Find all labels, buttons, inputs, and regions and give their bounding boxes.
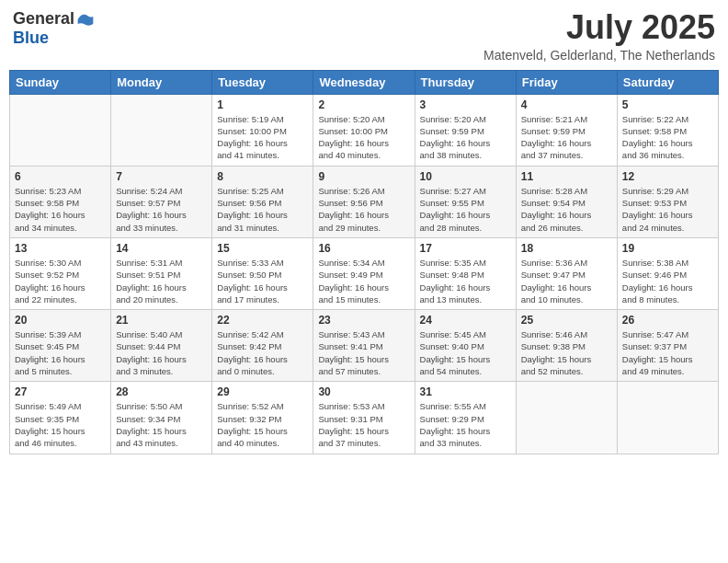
day-number: 5: [622, 98, 713, 111]
day-number: 6: [15, 170, 106, 183]
calendar-cell: 9Sunrise: 5:26 AM Sunset: 9:56 PM Daylig…: [313, 166, 415, 237]
weekday-header-sunday: Sunday: [10, 70, 111, 94]
day-info: Sunrise: 5:40 AM Sunset: 9:44 PM Dayligh…: [116, 328, 207, 377]
day-number: 30: [318, 385, 409, 398]
day-number: 24: [420, 314, 511, 327]
calendar: SundayMondayTuesdayWednesdayThursdayFrid…: [9, 70, 719, 454]
day-info: Sunrise: 5:53 AM Sunset: 9:31 PM Dayligh…: [318, 400, 409, 449]
day-info: Sunrise: 5:22 AM Sunset: 9:58 PM Dayligh…: [622, 113, 713, 162]
day-number: 8: [217, 170, 308, 183]
day-number: 9: [318, 170, 409, 183]
logo-general: General: [13, 9, 74, 29]
week-row-2: 6Sunrise: 5:23 AM Sunset: 9:58 PM Daylig…: [10, 166, 719, 237]
calendar-cell: 6Sunrise: 5:23 AM Sunset: 9:58 PM Daylig…: [10, 166, 111, 237]
day-number: 27: [15, 385, 106, 398]
calendar-cell: 7Sunrise: 5:24 AM Sunset: 9:57 PM Daylig…: [111, 166, 212, 237]
day-info: Sunrise: 5:39 AM Sunset: 9:45 PM Dayligh…: [15, 328, 106, 377]
day-number: 7: [116, 170, 207, 183]
logo: General Blue: [13, 9, 95, 48]
calendar-cell: 31Sunrise: 5:55 AM Sunset: 9:29 PM Dayli…: [415, 382, 516, 454]
calendar-cell: 13Sunrise: 5:30 AM Sunset: 9:52 PM Dayli…: [10, 237, 111, 309]
day-info: Sunrise: 5:27 AM Sunset: 9:55 PM Dayligh…: [420, 185, 511, 234]
day-info: Sunrise: 5:43 AM Sunset: 9:41 PM Dayligh…: [318, 328, 409, 377]
day-number: 22: [217, 314, 308, 327]
calendar-cell: 15Sunrise: 5:33 AM Sunset: 9:50 PM Dayli…: [212, 237, 313, 309]
day-info: Sunrise: 5:33 AM Sunset: 9:50 PM Dayligh…: [217, 257, 308, 305]
calendar-cell: 1Sunrise: 5:19 AM Sunset: 10:00 PM Dayli…: [212, 94, 313, 166]
day-number: 2: [318, 98, 409, 111]
day-number: 21: [116, 314, 207, 327]
day-number: 12: [622, 170, 713, 183]
page-header: General Blue July 2025 Matenveld, Gelder…: [9, 9, 719, 63]
calendar-cell: 20Sunrise: 5:39 AM Sunset: 9:45 PM Dayli…: [10, 310, 111, 382]
day-info: Sunrise: 5:19 AM Sunset: 10:00 PM Daylig…: [217, 113, 308, 162]
calendar-cell: 30Sunrise: 5:53 AM Sunset: 9:31 PM Dayli…: [313, 382, 415, 454]
calendar-cell: 27Sunrise: 5:49 AM Sunset: 9:35 PM Dayli…: [10, 382, 111, 454]
weekday-header-monday: Monday: [111, 70, 212, 94]
day-info: Sunrise: 5:28 AM Sunset: 9:54 PM Dayligh…: [521, 185, 612, 234]
day-info: Sunrise: 5:20 AM Sunset: 10:00 PM Daylig…: [318, 113, 409, 162]
day-number: 28: [116, 385, 207, 398]
calendar-cell: 11Sunrise: 5:28 AM Sunset: 9:54 PM Dayli…: [516, 166, 617, 237]
day-info: Sunrise: 5:49 AM Sunset: 9:35 PM Dayligh…: [15, 400, 106, 449]
day-info: Sunrise: 5:36 AM Sunset: 9:47 PM Dayligh…: [521, 257, 612, 305]
day-info: Sunrise: 5:47 AM Sunset: 9:37 PM Dayligh…: [622, 328, 713, 377]
day-number: 16: [318, 242, 409, 255]
day-info: Sunrise: 5:20 AM Sunset: 9:59 PM Dayligh…: [420, 113, 511, 162]
day-info: Sunrise: 5:31 AM Sunset: 9:51 PM Dayligh…: [116, 257, 207, 305]
day-number: 25: [521, 314, 612, 327]
calendar-cell: 3Sunrise: 5:20 AM Sunset: 9:59 PM Daylig…: [415, 94, 516, 166]
day-info: Sunrise: 5:55 AM Sunset: 9:29 PM Dayligh…: [420, 400, 511, 449]
day-number: 1: [217, 98, 308, 111]
day-info: Sunrise: 5:26 AM Sunset: 9:56 PM Dayligh…: [318, 185, 409, 234]
week-row-1: 1Sunrise: 5:19 AM Sunset: 10:00 PM Dayli…: [10, 94, 719, 166]
calendar-cell: 23Sunrise: 5:43 AM Sunset: 9:41 PM Dayli…: [313, 310, 415, 382]
calendar-cell: 28Sunrise: 5:50 AM Sunset: 9:34 PM Dayli…: [111, 382, 212, 454]
weekday-header-saturday: Saturday: [617, 70, 718, 94]
day-number: 4: [521, 98, 612, 111]
day-info: Sunrise: 5:23 AM Sunset: 9:58 PM Dayligh…: [15, 185, 106, 234]
calendar-cell: 24Sunrise: 5:45 AM Sunset: 9:40 PM Dayli…: [415, 310, 516, 382]
calendar-cell: 22Sunrise: 5:42 AM Sunset: 9:42 PM Dayli…: [212, 310, 313, 382]
calendar-cell: 17Sunrise: 5:35 AM Sunset: 9:48 PM Dayli…: [415, 237, 516, 309]
calendar-cell: 2Sunrise: 5:20 AM Sunset: 10:00 PM Dayli…: [313, 94, 415, 166]
day-info: Sunrise: 5:35 AM Sunset: 9:48 PM Dayligh…: [420, 257, 511, 305]
day-number: 26: [622, 314, 713, 327]
day-number: 10: [420, 170, 511, 183]
calendar-cell: 25Sunrise: 5:46 AM Sunset: 9:38 PM Dayli…: [516, 310, 617, 382]
calendar-cell: 16Sunrise: 5:34 AM Sunset: 9:49 PM Dayli…: [313, 237, 415, 309]
day-info: Sunrise: 5:30 AM Sunset: 9:52 PM Dayligh…: [15, 257, 106, 305]
calendar-cell: 10Sunrise: 5:27 AM Sunset: 9:55 PM Dayli…: [415, 166, 516, 237]
weekday-header-friday: Friday: [516, 70, 617, 94]
calendar-cell: [516, 382, 617, 454]
day-number: 3: [420, 98, 511, 111]
day-number: 23: [318, 314, 409, 327]
calendar-cell: [111, 94, 212, 166]
day-info: Sunrise: 5:34 AM Sunset: 9:49 PM Dayligh…: [318, 257, 409, 305]
day-number: 14: [116, 242, 207, 255]
calendar-cell: 12Sunrise: 5:29 AM Sunset: 9:53 PM Dayli…: [617, 166, 718, 237]
logo-icon: [76, 10, 95, 29]
day-info: Sunrise: 5:24 AM Sunset: 9:57 PM Dayligh…: [116, 185, 207, 234]
day-info: Sunrise: 5:50 AM Sunset: 9:34 PM Dayligh…: [116, 400, 207, 449]
calendar-cell: 29Sunrise: 5:52 AM Sunset: 9:32 PM Dayli…: [212, 382, 313, 454]
calendar-cell: 8Sunrise: 5:25 AM Sunset: 9:56 PM Daylig…: [212, 166, 313, 237]
calendar-cell: [10, 94, 111, 166]
day-info: Sunrise: 5:42 AM Sunset: 9:42 PM Dayligh…: [217, 328, 308, 377]
day-info: Sunrise: 5:21 AM Sunset: 9:59 PM Dayligh…: [521, 113, 612, 162]
weekday-header-tuesday: Tuesday: [212, 70, 313, 94]
logo-blue: Blue: [13, 29, 49, 48]
day-number: 15: [217, 242, 308, 255]
week-row-4: 20Sunrise: 5:39 AM Sunset: 9:45 PM Dayli…: [10, 310, 719, 382]
day-number: 17: [420, 242, 511, 255]
calendar-cell: 14Sunrise: 5:31 AM Sunset: 9:51 PM Dayli…: [111, 237, 212, 309]
calendar-cell: 26Sunrise: 5:47 AM Sunset: 9:37 PM Dayli…: [617, 310, 718, 382]
day-info: Sunrise: 5:46 AM Sunset: 9:38 PM Dayligh…: [521, 328, 612, 377]
day-info: Sunrise: 5:38 AM Sunset: 9:46 PM Dayligh…: [622, 257, 713, 305]
day-number: 29: [217, 385, 308, 398]
calendar-cell: 5Sunrise: 5:22 AM Sunset: 9:58 PM Daylig…: [617, 94, 718, 166]
day-info: Sunrise: 5:25 AM Sunset: 9:56 PM Dayligh…: [217, 185, 308, 234]
weekday-header-thursday: Thursday: [415, 70, 516, 94]
weekday-header-wednesday: Wednesday: [313, 70, 415, 94]
day-number: 13: [15, 242, 106, 255]
